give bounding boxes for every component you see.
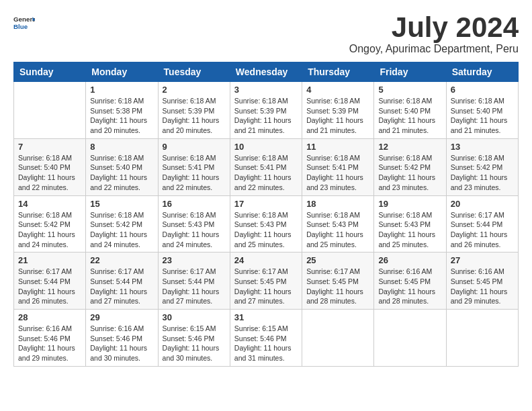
day-number: 18 [306, 199, 369, 209]
calendar-cell: 16Sunrise: 6:18 AMSunset: 5:43 PMDayligh… [158, 195, 230, 253]
calendar-cell [446, 310, 518, 367]
calendar-cell: 3Sunrise: 6:18 AMSunset: 5:39 PMDaylight… [230, 82, 302, 139]
logo-icon: General Blue [13, 13, 35, 35]
calendar-cell [302, 310, 374, 367]
calendar-cell: 9Sunrise: 6:18 AMSunset: 5:41 PMDaylight… [158, 138, 230, 195]
calendar-cell: 18Sunrise: 6:18 AMSunset: 5:43 PMDayligh… [302, 195, 374, 253]
day-number: 29 [90, 312, 153, 322]
col-tuesday: Tuesday [158, 62, 230, 82]
day-info: Sunrise: 6:18 AMSunset: 5:38 PMDaylight:… [90, 96, 153, 136]
calendar-cell [14, 82, 86, 139]
calendar-cell: 10Sunrise: 6:18 AMSunset: 5:41 PMDayligh… [230, 138, 302, 195]
calendar-cell: 30Sunrise: 6:15 AMSunset: 5:46 PMDayligh… [158, 310, 230, 367]
week-row-4: 21Sunrise: 6:17 AMSunset: 5:44 PMDayligh… [14, 253, 519, 310]
week-row-5: 28Sunrise: 6:16 AMSunset: 5:46 PMDayligh… [14, 310, 519, 367]
day-number: 2 [163, 85, 226, 95]
day-info: Sunrise: 6:15 AMSunset: 5:46 PMDaylight:… [163, 324, 226, 363]
day-number: 19 [378, 199, 441, 209]
day-number: 30 [163, 312, 226, 322]
calendar-cell: 15Sunrise: 6:18 AMSunset: 5:42 PMDayligh… [86, 195, 158, 253]
calendar-cell: 26Sunrise: 6:16 AMSunset: 5:45 PMDayligh… [374, 253, 446, 310]
calendar-header-row: Sunday Monday Tuesday Wednesday Thursday… [14, 62, 519, 82]
day-number: 31 [234, 312, 298, 322]
day-info: Sunrise: 6:18 AMSunset: 5:42 PMDaylight:… [378, 153, 441, 193]
calendar-cell: 12Sunrise: 6:18 AMSunset: 5:42 PMDayligh… [374, 138, 446, 195]
day-info: Sunrise: 6:18 AMSunset: 5:42 PMDaylight:… [90, 210, 153, 250]
col-wednesday: Wednesday [230, 62, 302, 82]
calendar-cell: 14Sunrise: 6:18 AMSunset: 5:42 PMDayligh… [14, 195, 86, 253]
week-row-3: 14Sunrise: 6:18 AMSunset: 5:42 PMDayligh… [14, 195, 519, 253]
day-info: Sunrise: 6:18 AMSunset: 5:41 PMDaylight:… [234, 153, 298, 193]
calendar-cell: 27Sunrise: 6:16 AMSunset: 5:45 PMDayligh… [446, 253, 518, 310]
calendar-cell: 25Sunrise: 6:17 AMSunset: 5:45 PMDayligh… [302, 253, 374, 310]
day-info: Sunrise: 6:16 AMSunset: 5:45 PMDaylight:… [378, 267, 441, 306]
day-number: 8 [90, 142, 153, 152]
day-info: Sunrise: 6:17 AMSunset: 5:44 PMDaylight:… [90, 267, 153, 306]
day-number: 5 [378, 85, 441, 95]
calendar-cell: 4Sunrise: 6:18 AMSunset: 5:39 PMDaylight… [302, 82, 374, 139]
day-info: Sunrise: 6:18 AMSunset: 5:43 PMDaylight:… [378, 210, 441, 250]
day-info: Sunrise: 6:17 AMSunset: 5:44 PMDaylight:… [451, 210, 514, 250]
calendar-cell: 21Sunrise: 6:17 AMSunset: 5:44 PMDayligh… [14, 253, 86, 310]
col-saturday: Saturday [446, 62, 518, 82]
week-row-2: 7Sunrise: 6:18 AMSunset: 5:40 PMDaylight… [14, 138, 519, 195]
day-number: 21 [18, 255, 81, 265]
day-info: Sunrise: 6:17 AMSunset: 5:45 PMDaylight:… [306, 267, 369, 306]
calendar-cell [374, 310, 446, 367]
calendar-cell: 22Sunrise: 6:17 AMSunset: 5:44 PMDayligh… [86, 253, 158, 310]
calendar-cell: 6Sunrise: 6:18 AMSunset: 5:40 PMDaylight… [446, 82, 518, 139]
calendar-cell: 31Sunrise: 6:15 AMSunset: 5:46 PMDayligh… [230, 310, 302, 367]
calendar-cell: 28Sunrise: 6:16 AMSunset: 5:46 PMDayligh… [14, 310, 86, 367]
day-info: Sunrise: 6:16 AMSunset: 5:46 PMDaylight:… [90, 324, 153, 363]
day-info: Sunrise: 6:18 AMSunset: 5:41 PMDaylight:… [163, 153, 226, 193]
day-number: 25 [306, 255, 369, 265]
day-info: Sunrise: 6:18 AMSunset: 5:43 PMDaylight:… [234, 210, 298, 250]
day-number: 14 [18, 199, 81, 209]
day-info: Sunrise: 6:18 AMSunset: 5:40 PMDaylight:… [90, 153, 153, 193]
month-title: July 2024 [349, 13, 519, 42]
day-info: Sunrise: 6:18 AMSunset: 5:39 PMDaylight:… [306, 96, 369, 136]
calendar-table: Sunday Monday Tuesday Wednesday Thursday… [13, 62, 519, 367]
day-info: Sunrise: 6:18 AMSunset: 5:42 PMDaylight:… [451, 153, 514, 193]
calendar-cell: 20Sunrise: 6:17 AMSunset: 5:44 PMDayligh… [446, 195, 518, 253]
page-header: General Blue July 2024 Ongoy, Apurimac D… [13, 13, 519, 55]
day-number: 11 [306, 142, 369, 152]
day-info: Sunrise: 6:15 AMSunset: 5:46 PMDaylight:… [234, 324, 298, 363]
svg-text:General: General [13, 15, 35, 23]
day-number: 10 [234, 142, 298, 152]
day-number: 28 [18, 312, 81, 322]
calendar-cell: 29Sunrise: 6:16 AMSunset: 5:46 PMDayligh… [86, 310, 158, 367]
day-number: 17 [234, 199, 298, 209]
day-info: Sunrise: 6:17 AMSunset: 5:45 PMDaylight:… [234, 267, 298, 306]
day-info: Sunrise: 6:18 AMSunset: 5:40 PMDaylight:… [451, 96, 514, 136]
calendar-cell: 19Sunrise: 6:18 AMSunset: 5:43 PMDayligh… [374, 195, 446, 253]
calendar-cell: 17Sunrise: 6:18 AMSunset: 5:43 PMDayligh… [230, 195, 302, 253]
svg-text:Blue: Blue [13, 23, 28, 30]
day-info: Sunrise: 6:18 AMSunset: 5:42 PMDaylight:… [18, 210, 81, 250]
calendar-cell: 24Sunrise: 6:17 AMSunset: 5:45 PMDayligh… [230, 253, 302, 310]
calendar-cell: 8Sunrise: 6:18 AMSunset: 5:40 PMDaylight… [86, 138, 158, 195]
col-sunday: Sunday [14, 62, 86, 82]
day-number: 15 [90, 199, 153, 209]
calendar-cell: 1Sunrise: 6:18 AMSunset: 5:38 PMDaylight… [86, 82, 158, 139]
day-number: 13 [451, 142, 514, 152]
calendar-cell: 23Sunrise: 6:17 AMSunset: 5:44 PMDayligh… [158, 253, 230, 310]
col-monday: Monday [86, 62, 158, 82]
col-thursday: Thursday [302, 62, 374, 82]
week-row-1: 1Sunrise: 6:18 AMSunset: 5:38 PMDaylight… [14, 82, 519, 139]
day-info: Sunrise: 6:18 AMSunset: 5:40 PMDaylight:… [18, 153, 81, 193]
calendar-cell: 5Sunrise: 6:18 AMSunset: 5:40 PMDaylight… [374, 82, 446, 139]
day-number: 16 [163, 199, 226, 209]
day-info: Sunrise: 6:17 AMSunset: 5:44 PMDaylight:… [18, 267, 81, 306]
day-number: 12 [378, 142, 441, 152]
day-number: 27 [451, 255, 514, 265]
title-block: July 2024 Ongoy, Apurimac Department, Pe… [349, 13, 519, 55]
day-number: 24 [234, 255, 298, 265]
day-info: Sunrise: 6:18 AMSunset: 5:41 PMDaylight:… [306, 153, 369, 193]
calendar-cell: 2Sunrise: 6:18 AMSunset: 5:39 PMDaylight… [158, 82, 230, 139]
day-number: 9 [163, 142, 226, 152]
day-info: Sunrise: 6:16 AMSunset: 5:45 PMDaylight:… [451, 267, 514, 306]
calendar-cell: 7Sunrise: 6:18 AMSunset: 5:40 PMDaylight… [14, 138, 86, 195]
day-info: Sunrise: 6:18 AMSunset: 5:39 PMDaylight:… [163, 96, 226, 136]
day-number: 4 [306, 85, 369, 95]
